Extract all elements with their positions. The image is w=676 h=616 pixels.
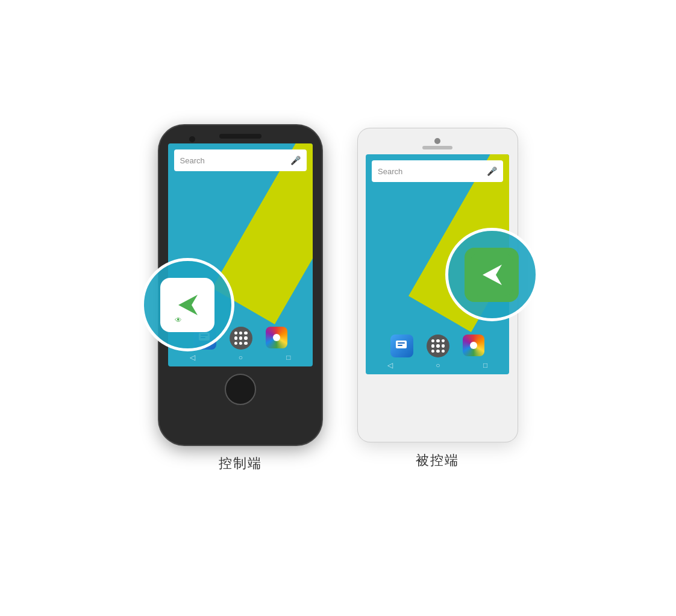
dark-phone-camera xyxy=(189,136,195,142)
controlled-app-icon xyxy=(465,248,519,302)
dot8 xyxy=(239,342,242,345)
dot1 xyxy=(234,332,237,335)
dark-phone-home-button[interactable] xyxy=(225,374,256,405)
svg-rect-8 xyxy=(396,341,407,348)
dot9 xyxy=(244,342,247,345)
controlled-label: 被控端 xyxy=(416,451,459,470)
svg-text:👁: 👁 xyxy=(175,316,182,324)
controlled-search-text: Search xyxy=(378,167,482,176)
controlled-messages-svg xyxy=(395,339,409,353)
cdot7 xyxy=(431,350,434,353)
white-phone-camera xyxy=(434,138,440,144)
svg-rect-9 xyxy=(398,342,405,344)
dot4 xyxy=(234,336,237,339)
svg-rect-10 xyxy=(398,345,402,346)
controller-search-text: Search xyxy=(180,156,286,165)
controller-phone: 👁 Search 🎤 xyxy=(159,125,322,445)
controller-search-bar[interactable]: Search 🎤 xyxy=(174,149,307,171)
controller-mic-icon: 🎤 xyxy=(290,156,301,165)
controlled-nav-bar: ◁ ○ □ xyxy=(366,361,509,369)
cdot5 xyxy=(436,344,439,347)
controller-label: 控制端 xyxy=(219,454,262,473)
controlled-mic-icon: 🎤 xyxy=(487,166,497,176)
dot2 xyxy=(239,332,242,335)
controller-phone-wrapper: 👁 Search 🎤 xyxy=(159,125,322,473)
cdot1 xyxy=(431,339,434,342)
controlled-search-bar[interactable]: Search 🎤 xyxy=(372,160,503,182)
controller-nav-bar: ◁ ○ □ xyxy=(168,353,313,362)
phones-container: 👁 Search 🎤 xyxy=(159,125,518,473)
cdot4 xyxy=(431,344,434,347)
dark-phone-speaker xyxy=(219,134,261,139)
controlled-camera-inner xyxy=(470,342,477,349)
dot5 xyxy=(239,336,242,339)
controlled-nav-back: ◁ xyxy=(387,361,393,369)
white-phone-speaker xyxy=(422,146,452,149)
controlled-phone: Search 🎤 xyxy=(358,128,518,442)
cdot2 xyxy=(436,339,439,342)
controlled-app-svg xyxy=(471,254,513,296)
nav-back: ◁ xyxy=(190,353,195,362)
dot3 xyxy=(244,332,247,335)
controlled-dock xyxy=(366,335,509,357)
nav-recent: □ xyxy=(286,353,290,362)
cdot3 xyxy=(442,339,445,342)
controller-app-icon: 👁 xyxy=(160,278,214,332)
controller-allapps-icon xyxy=(230,327,252,350)
camera-inner xyxy=(273,334,280,341)
controlled-camera-icon xyxy=(463,335,484,356)
controlled-nav-home: ○ xyxy=(436,361,440,369)
cdot6 xyxy=(442,344,445,347)
cdot9 xyxy=(442,350,445,353)
dot7 xyxy=(234,342,237,345)
controlled-messages-icon xyxy=(390,335,413,357)
controlled-zoom-circle xyxy=(445,228,539,321)
controlled-allapps-icon xyxy=(427,335,449,357)
controlled-nav-recent: □ xyxy=(483,361,487,369)
controller-camera-icon xyxy=(266,327,287,348)
cdot8 xyxy=(436,350,439,353)
controller-zoom-circle: 👁 xyxy=(141,258,234,351)
nav-home: ○ xyxy=(239,353,243,362)
controlled-phone-wrapper: Search 🎤 xyxy=(358,128,518,470)
controller-app-svg: 👁 xyxy=(166,284,208,326)
dot6 xyxy=(244,336,247,339)
